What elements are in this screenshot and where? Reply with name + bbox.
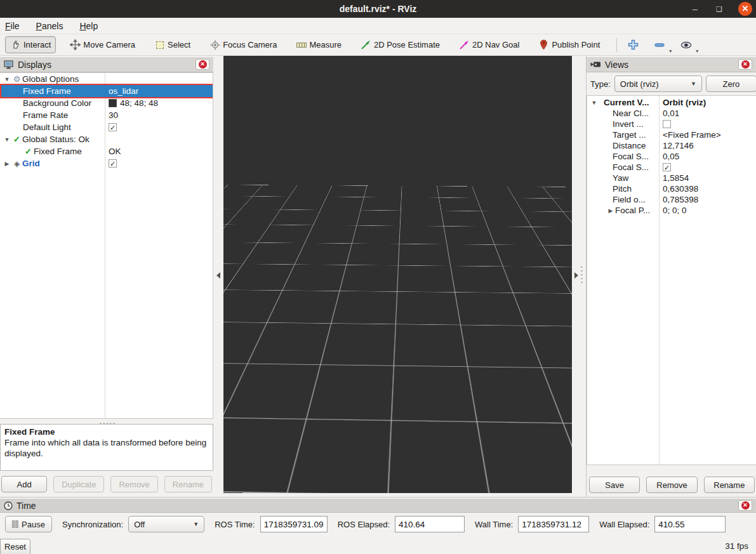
sync-dropdown[interactable]: Off ▼ [128, 516, 204, 532]
row-value[interactable]: 0,01 [663, 109, 679, 118]
row-label: Field o... [613, 195, 646, 204]
row-value[interactable]: 48; 48; 48 [120, 98, 158, 108]
duplicate-button[interactable]: Duplicate [53, 476, 104, 492]
chevron-down-icon[interactable]: ▾ [669, 48, 672, 54]
add-tool-button[interactable] [626, 38, 640, 52]
nav-goal-tool-label: 2D Nav Goal [472, 40, 519, 49]
tree-row-current-view[interactable]: ▼Current V... Orbit (rviz) [587, 97, 756, 108]
row-value[interactable]: 0,05 [663, 152, 679, 161]
menu-file[interactable]: File [5, 21, 20, 31]
select-tool-button[interactable]: Select [149, 36, 196, 53]
color-swatch[interactable] [109, 99, 117, 107]
chevron-down-icon[interactable]: ▼ [3, 136, 11, 143]
time-panel-header[interactable]: Time ✕ [0, 499, 756, 513]
tree-row-invert-z[interactable]: Invert ... [587, 119, 756, 129]
row-value: Orbit (rviz) [663, 98, 706, 107]
focus-camera-tool-button[interactable]: Focus Camera [204, 36, 282, 53]
tree-row-focal-point[interactable]: ▶Focal P... 0; 0; 0 [587, 205, 756, 216]
remove-view-button[interactable]: Remove [646, 477, 697, 493]
publish-point-tool-button[interactable]: Publish Point [533, 36, 605, 53]
invert-z-checkbox[interactable] [663, 120, 671, 128]
collapse-left-icon[interactable] [216, 272, 220, 279]
tree-row-pitch[interactable]: Pitch 0,630398 [587, 183, 756, 194]
reset-button[interactable]: Reset [0, 539, 30, 554]
ros-time-input[interactable] [260, 516, 328, 532]
rename-view-button[interactable]: Rename [704, 477, 755, 493]
sync-label: Synchronization: [62, 520, 123, 529]
chevron-right-icon[interactable]: ▶ [3, 161, 11, 167]
chevron-down-icon[interactable]: ▾ [696, 48, 698, 54]
tree-row-background-color[interactable]: Background Color 48; 48; 48 [0, 97, 213, 109]
right-splitter[interactable]: ••••• [572, 56, 587, 497]
row-value[interactable]: <Fixed Frame> [663, 130, 721, 140]
views-close-button[interactable]: ✕ [738, 59, 752, 70]
tree-row-fixed-frame[interactable]: Fixed Frame os_lidar [0, 85, 213, 97]
views-panel-title: Views [605, 60, 628, 70]
views-panel: Views ✕ Type: Orbit (rviz) ▼ Zero ▼Curre… [587, 56, 756, 497]
tree-row-fixed-frame-status[interactable]: ✓Fixed Frame OK [0, 145, 213, 157]
wall-elapsed-input[interactable] [654, 516, 726, 532]
menu-panels[interactable]: Panels [36, 21, 63, 31]
left-splitter[interactable] [213, 56, 223, 497]
tree-row-yaw[interactable]: Yaw 1,5854 [587, 173, 756, 183]
default-light-checkbox[interactable] [109, 123, 117, 131]
save-button[interactable]: Save [589, 477, 640, 493]
row-value[interactable]: 1,5854 [663, 173, 689, 183]
wall-time-input[interactable] [518, 516, 589, 532]
tree-row-grid[interactable]: ▶◈Grid [0, 157, 213, 169]
tree-row-distance[interactable]: Distance 12,7146 [587, 140, 756, 151]
time-close-button[interactable]: ✕ [738, 500, 752, 511]
nav-goal-tool-button[interactable]: 2D Nav Goal [454, 36, 524, 53]
rename-button[interactable]: Rename [164, 476, 212, 492]
chevron-down-icon[interactable]: ▼ [590, 100, 599, 106]
measure-tool-button[interactable]: Measure [291, 36, 347, 53]
maximize-icon[interactable]: ❑ [714, 4, 724, 14]
displays-close-button[interactable]: ✕ [196, 59, 209, 70]
title-bar[interactable]: default.rviz* - RViz – ❑ ✕ [0, 0, 756, 18]
tree-row-global-status[interactable]: ▼✓Global Status: Ok [0, 133, 213, 145]
tree-row-target-frame[interactable]: Target ... <Fixed Frame> [587, 129, 756, 140]
move-camera-tool-button[interactable]: Move Camera [65, 36, 140, 53]
tree-row-global-options[interactable]: ▼⚙Global Options [0, 73, 213, 85]
menu-help[interactable]: Help [79, 21, 98, 31]
pose-estimate-tool-button[interactable]: 2D Pose Estimate [355, 36, 445, 53]
zero-button[interactable]: Zero [706, 76, 756, 92]
plus-icon [628, 39, 639, 50]
view-type-dropdown[interactable]: Orbit (rviz) ▼ [614, 76, 702, 92]
row-value[interactable]: 0,785398 [663, 195, 698, 204]
chevron-right-icon[interactable]: ▶ [606, 208, 615, 214]
displays-panel-header[interactable]: Displays ✕ [0, 57, 213, 72]
collapse-right-icon[interactable] [574, 272, 578, 279]
remove-button[interactable]: Remove [110, 476, 157, 492]
tree-row-default-light[interactable]: Default Light [0, 121, 213, 133]
views-panel-header[interactable]: Views ✕ [587, 57, 756, 72]
row-value[interactable]: 30 [109, 110, 118, 120]
tree-row-focal-shape-size[interactable]: Focal S... 0,05 [587, 151, 756, 162]
focal-shape-checkbox[interactable] [663, 163, 671, 171]
tool-visibility-button[interactable]: ▾ [679, 38, 693, 52]
row-value[interactable]: 0; 0; 0 [663, 206, 687, 215]
render-viewport[interactable] [223, 56, 572, 493]
row-value: OK [109, 147, 121, 156]
pause-button[interactable]: Pause [5, 516, 52, 532]
hand-icon [10, 39, 21, 50]
grid-enabled-checkbox[interactable] [109, 159, 117, 168]
tree-row-frame-rate[interactable]: Frame Rate 30 [0, 109, 213, 121]
close-icon[interactable]: ✕ [738, 2, 752, 16]
window-title: default.rviz* - RViz [340, 4, 417, 14]
chevron-down-icon[interactable]: ▼ [3, 76, 11, 82]
row-label: Grid [22, 159, 40, 168]
row-value[interactable]: 12,7146 [663, 141, 694, 150]
ros-elapsed-input[interactable] [395, 516, 465, 532]
splitter-handle[interactable]: ••••• [581, 265, 583, 284]
minimize-icon[interactable]: – [690, 4, 700, 14]
view-type-value: Orbit (rviz) [620, 79, 659, 89]
tree-row-near-clip[interactable]: Near Cl... 0,01 [587, 108, 756, 119]
add-button[interactable]: Add [1, 476, 47, 492]
interact-tool-button[interactable]: Interact [5, 36, 56, 53]
tree-row-field-of-view[interactable]: Field o... 0,785398 [587, 194, 756, 205]
remove-tool-button[interactable]: ▾ [653, 38, 666, 52]
tree-row-focal-shape-fixed[interactable]: Focal S... [587, 162, 756, 173]
row-value[interactable]: 0,630398 [663, 184, 698, 194]
row-value[interactable]: os_lidar [109, 86, 138, 96]
